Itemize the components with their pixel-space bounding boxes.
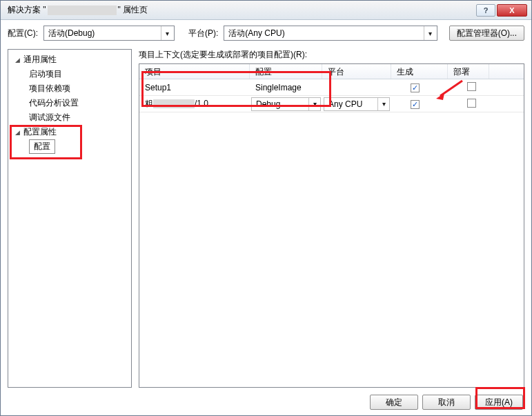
cell-build [391,81,448,94]
tree-item-code-analysis[interactable]: 代码分析设置 [10,96,130,110]
cell-platform [322,86,391,89]
cell-deploy [448,97,489,111]
cell-project: 粗/1.0 [139,97,250,111]
property-pages-dialog: 解决方案 "" 属性页 ? X 配置(C): 活动(Debug) 平台(P): … [0,0,532,416]
content-pane: 项目上下文(选定要生成或部署的项目配置)(R): 项目 配置 平台 生成 部署 … [139,49,524,388]
tree-group-config[interactable]: ◢配置属性 [10,125,130,139]
col-deploy[interactable]: 部署 [448,64,489,79]
window-title: 解决方案 "" 属性页 [5,4,476,16]
ok-button[interactable]: 确定 [370,395,418,410]
apply-button[interactable]: 应用(A) [475,395,523,410]
project-context-grid: 项目 配置 平台 生成 部署 Setup1 SingleImage [139,63,524,388]
col-build[interactable]: 生成 [391,64,448,79]
chevron-down-icon [161,26,173,40]
platform-combo[interactable]: 活动(Any CPU) [224,26,437,41]
property-tree[interactable]: ◢通用属性 启动项目 项目依赖项 代码分析设置 调试源文件 ◢配置属性 配置 [8,49,132,388]
cell-config: SingleImage [250,81,322,94]
cell-config-combo[interactable]: Debug [251,97,321,111]
build-checkbox[interactable] [411,83,420,92]
dialog-footer: 确定 取消 应用(A) [1,389,531,415]
grid-header: 项目 配置 平台 生成 部署 [139,64,524,79]
cell-build [391,98,448,110]
solution-name-redacted [48,6,117,15]
platform-label: 平台(P): [188,28,218,39]
chevron-down-icon [377,98,389,110]
tree-item-startup[interactable]: 启动项目 [10,67,130,81]
col-project[interactable]: 项目 [139,64,250,79]
tree-item-dependencies[interactable]: 项目依赖项 [10,81,130,96]
config-combo[interactable]: 活动(Debug) [43,26,175,41]
config-manager-button[interactable]: 配置管理器(O)... [449,26,524,41]
titlebar: 解决方案 "" 属性页 ? X [1,1,531,20]
tree-group-common[interactable]: ◢通用属性 [10,52,130,67]
cell-deploy [448,81,489,95]
expander-icon: ◢ [15,57,22,63]
project-name-redacted [153,99,195,108]
col-platform[interactable]: 平台 [322,64,391,79]
help-button[interactable]: ? [476,4,495,17]
config-toolbar: 配置(C): 活动(Debug) 平台(P): 活动(Any CPU) 配置管理… [1,20,531,46]
config-label: 配置(C): [8,28,38,39]
close-button[interactable]: X [497,4,527,17]
cell-project: Setup1 [139,81,250,94]
chevron-down-icon [308,98,320,110]
table-row: 粗/1.0 Debug Any CPU [139,96,524,112]
tree-item-debug-source[interactable]: 调试源文件 [10,110,130,125]
deploy-checkbox[interactable] [467,99,476,108]
expander-icon: ◢ [15,129,22,136]
col-config[interactable]: 配置 [250,64,322,79]
build-checkbox[interactable] [411,100,420,109]
table-row: Setup1 SingleImage [139,79,524,96]
cell-platform-combo[interactable]: Any CPU [324,97,390,111]
context-label: 项目上下文(选定要生成或部署的项目配置)(R): [139,49,524,61]
tree-item-configuration[interactable]: 配置 [29,139,55,154]
cancel-button[interactable]: 取消 [422,395,471,410]
chevron-down-icon [424,26,435,40]
deploy-checkbox[interactable] [467,82,476,91]
